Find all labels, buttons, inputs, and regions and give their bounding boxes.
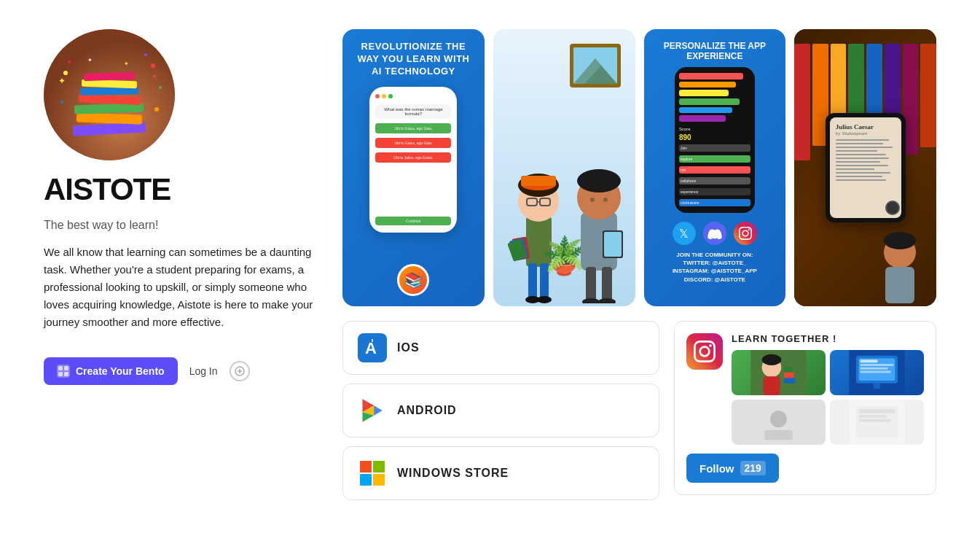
windows-icon xyxy=(358,459,387,488)
left-panel: ✦ ✦ ✦ ✦ AISTOTE The best way to learn! W… xyxy=(44,29,321,531)
svg-rect-72 xyxy=(764,376,780,395)
social-icons-row: 𝕏 xyxy=(673,222,757,245)
svg-point-46 xyxy=(577,169,621,192)
svg-rect-92 xyxy=(859,419,891,422)
character-1 xyxy=(508,143,570,306)
instagram-icon-sc3 xyxy=(734,222,757,245)
svg-point-14 xyxy=(144,53,147,56)
svg-rect-74 xyxy=(784,373,793,378)
svg-point-13 xyxy=(68,61,71,63)
instagram-card: LEARN TOGETHER ! xyxy=(674,321,936,495)
svg-point-53 xyxy=(582,298,600,303)
svg-rect-50 xyxy=(604,232,622,257)
windows-label: WINDOWS STORE xyxy=(397,467,509,480)
svg-rect-5 xyxy=(80,87,138,95)
svg-rect-90 xyxy=(859,409,895,413)
svg-rect-65 xyxy=(360,461,372,472)
svg-rect-82 xyxy=(861,371,891,373)
quiz-question: What was the roman marriage formula? xyxy=(375,104,451,119)
ios-icon: A xyxy=(358,333,387,362)
svg-text:✦: ✦ xyxy=(87,57,93,63)
follow-count: 219 xyxy=(740,461,766,475)
answer-3: Ubi tu Julius, ego Gaius. xyxy=(375,152,451,163)
svg-rect-84 xyxy=(869,389,885,392)
svg-rect-79 xyxy=(861,359,878,362)
instagram-thumb-3 xyxy=(732,400,826,445)
svg-text:A: A xyxy=(365,339,377,357)
android-icon xyxy=(358,396,387,425)
instagram-icon xyxy=(686,333,723,370)
svg-point-12 xyxy=(154,107,159,112)
svg-marker-64 xyxy=(374,405,382,416)
svg-rect-19 xyxy=(58,366,63,370)
screenshot-2: 🪴 xyxy=(493,29,635,306)
character-sc4 xyxy=(878,230,922,306)
svg-point-54 xyxy=(598,298,616,303)
android-label: ANDROID xyxy=(397,404,457,417)
tablet-device: Julius Caesar by Shakespeare xyxy=(826,113,906,222)
twitter-icon: 𝕏 xyxy=(673,222,696,245)
continue-btn[interactable]: Continue xyxy=(375,217,451,225)
create-bento-label: Create Your Bento xyxy=(76,365,165,377)
svg-point-47 xyxy=(590,198,595,202)
instagram-thumb-1 xyxy=(732,350,826,395)
svg-point-71 xyxy=(762,354,782,365)
answer-2: Ubi tu Gaius, ego Gaia. xyxy=(375,138,451,148)
platform-links: A IOS xyxy=(342,321,659,500)
follow-button[interactable]: Follow 219 xyxy=(686,454,779,483)
bento-icon xyxy=(57,365,70,378)
instagram-thumb-2 xyxy=(830,350,924,395)
svg-rect-66 xyxy=(373,461,385,472)
avatar: ✦ ✦ ✦ ✦ xyxy=(44,29,175,160)
answer-1: Ubi tu Gaius, ego Gaia. xyxy=(375,123,451,133)
svg-rect-80 xyxy=(861,364,894,366)
svg-rect-68 xyxy=(373,474,385,486)
login-link[interactable]: Log In xyxy=(189,365,218,377)
follow-label: Follow xyxy=(699,462,734,475)
sc1-avatar: 📚 xyxy=(397,264,429,296)
svg-point-56 xyxy=(884,232,916,249)
windows-card[interactable]: WINDOWS STORE xyxy=(342,446,659,500)
instagram-label: LEARN TOGETHER ! xyxy=(732,333,924,344)
svg-rect-81 xyxy=(861,368,888,370)
svg-point-43 xyxy=(537,296,552,303)
app-title: AISTOTE xyxy=(44,172,321,207)
svg-point-48 xyxy=(603,198,608,202)
sc3-join-text: JOIN THE COMMUNITY ON: TWITTER: @AISTOTE… xyxy=(673,251,757,284)
svg-rect-87 xyxy=(764,430,792,440)
svg-rect-75 xyxy=(784,367,792,373)
app-tagline: The best way to learn! xyxy=(44,219,321,232)
svg-rect-83 xyxy=(874,384,881,389)
instagram-thumb-4 xyxy=(830,400,924,445)
svg-rect-22 xyxy=(64,372,68,376)
create-bento-button[interactable]: Create Your Bento xyxy=(44,357,178,385)
svg-rect-21 xyxy=(58,372,63,376)
sc3-title: PERSONALIZE THE APP EXPERIENCE xyxy=(651,41,779,61)
painting-frame xyxy=(570,44,621,88)
svg-rect-51 xyxy=(586,267,596,302)
ios-label: IOS xyxy=(397,341,420,354)
svg-rect-36 xyxy=(521,176,556,186)
bottom-content: A IOS xyxy=(342,321,936,500)
app-description: We all know that learning can sometimes … xyxy=(44,244,321,331)
svg-rect-73 xyxy=(784,378,795,384)
svg-rect-57 xyxy=(885,267,914,303)
ios-card[interactable]: A IOS xyxy=(342,321,659,375)
phone-mockup-3: Score 890 Join explore not cellphone exp… xyxy=(675,67,755,213)
svg-rect-67 xyxy=(360,474,372,486)
bottom-bar: Create Your Bento Log In xyxy=(44,357,321,385)
svg-point-8 xyxy=(63,71,68,75)
tablet-title: Julius Caesar xyxy=(836,123,895,131)
screenshot-4: Julius Caesar by Shakespeare xyxy=(794,29,936,306)
android-card[interactable]: ANDROID xyxy=(342,384,659,438)
svg-point-11 xyxy=(60,101,63,104)
svg-point-9 xyxy=(151,63,155,68)
svg-point-10 xyxy=(159,86,162,89)
svg-rect-20 xyxy=(64,366,68,370)
svg-rect-91 xyxy=(859,415,887,418)
right-social-panel: LEARN TOGETHER ! xyxy=(674,321,936,500)
circle-button[interactable] xyxy=(230,361,250,381)
svg-text:✦: ✦ xyxy=(58,76,66,86)
discord-icon xyxy=(703,222,726,245)
character-2 xyxy=(570,136,628,306)
